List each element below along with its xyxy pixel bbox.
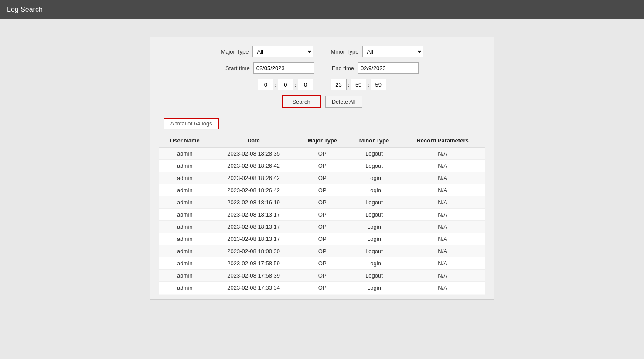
table-cell: 2023-02-08 18:26:42 xyxy=(211,184,296,196)
total-badge: A total of 64 logs xyxy=(164,118,219,129)
start-sep1: : xyxy=(275,81,276,88)
table-cell: OP xyxy=(296,209,348,221)
table-cell: N/A xyxy=(400,282,485,294)
start-time-group: Start time xyxy=(225,62,314,74)
table-cell: admin xyxy=(159,233,211,245)
table-cell: Logout xyxy=(348,160,400,172)
table-cell: 2023-02-08 17:58:59 xyxy=(211,257,296,270)
table-row: admin2023-02-08 18:16:19OPLogoutN/A xyxy=(159,196,485,209)
table-cell: admin xyxy=(159,148,211,160)
table-cell: N/A xyxy=(400,196,485,209)
table-cell: Logout xyxy=(348,270,400,282)
table-cell: N/A xyxy=(400,221,485,233)
search-panel: Major Type All System Operation Minor Ty… xyxy=(150,37,494,300)
start-hour-input[interactable] xyxy=(258,79,273,90)
table-cell: OP xyxy=(296,196,348,209)
start-time-input[interactable] xyxy=(253,62,314,74)
table-cell: 2023-02-08 18:13:17 xyxy=(211,233,296,245)
table-row: admin2023-02-08 17:58:59OPLoginN/A xyxy=(159,257,485,270)
end-min-input[interactable] xyxy=(351,79,366,90)
table-cell: Logout xyxy=(348,294,400,295)
table-cell: OP xyxy=(296,257,348,270)
page-title: Log Search xyxy=(7,6,43,14)
start-time-label: Start time xyxy=(225,65,250,71)
major-type-group: Major Type All System Operation xyxy=(221,46,313,57)
table-cell: OP xyxy=(296,294,348,295)
table-cell: OP xyxy=(296,184,348,196)
end-sep1: : xyxy=(348,81,350,88)
table-cell: 2023-02-08 17:58:39 xyxy=(211,270,296,282)
table-cell: N/A xyxy=(400,257,485,270)
table-cell: 2023-02-08 18:26:42 xyxy=(211,160,296,172)
table-cell: OP xyxy=(296,160,348,172)
table-cell: Login xyxy=(348,221,400,233)
table-row: admin2023-02-08 17:22:58OPLogoutN/A xyxy=(159,294,485,295)
table-row: admin2023-02-08 18:00:30OPLogoutN/A xyxy=(159,245,485,257)
table-cell: admin xyxy=(159,282,211,294)
total-badge-wrapper: A total of 64 logs xyxy=(159,118,485,134)
table-cell: admin xyxy=(159,221,211,233)
table-cell: admin xyxy=(159,209,211,221)
table-cell: 2023-02-08 18:28:35 xyxy=(211,148,296,160)
table-cell: Login xyxy=(348,172,400,184)
table-row: admin2023-02-08 17:58:39OPLogoutN/A xyxy=(159,270,485,282)
table-cell: OP xyxy=(296,282,348,294)
table-header-row: User Name Date Major Type Minor Type Rec… xyxy=(159,134,485,148)
table-cell: N/A xyxy=(400,233,485,245)
table-cell: admin xyxy=(159,294,211,295)
start-time-hms-group: : : xyxy=(258,79,313,90)
table-cell: Login xyxy=(348,233,400,245)
table-cell: Login xyxy=(348,257,400,270)
start-sec-input[interactable] xyxy=(298,79,313,90)
table-wrapper[interactable]: User Name Date Major Type Minor Type Rec… xyxy=(159,134,485,295)
table-cell: admin xyxy=(159,172,211,184)
table-row: admin2023-02-08 18:26:42OPLoginN/A xyxy=(159,184,485,196)
minor-type-select[interactable]: All Login Logout xyxy=(362,46,423,57)
table-cell: N/A xyxy=(400,270,485,282)
main-content: Major Type All System Operation Minor Ty… xyxy=(0,19,644,317)
delete-all-button[interactable]: Delete All xyxy=(325,96,362,108)
table-cell: Login xyxy=(348,184,400,196)
table-cell: 2023-02-08 18:13:17 xyxy=(211,221,296,233)
search-button[interactable]: Search xyxy=(282,95,320,108)
table-cell: 2023-02-08 18:13:17 xyxy=(211,209,296,221)
form-section: Major Type All System Operation Minor Ty… xyxy=(159,46,485,118)
table-cell: Logout xyxy=(348,148,400,160)
table-cell: 2023-02-08 17:33:34 xyxy=(211,282,296,294)
table-cell: OP xyxy=(296,245,348,257)
button-row: Search Delete All xyxy=(159,95,485,108)
col-minor-type: Minor Type xyxy=(348,134,400,148)
table-cell: 2023-02-08 17:22:58 xyxy=(211,294,296,295)
table-row: admin2023-02-08 18:26:42OPLoginN/A xyxy=(159,172,485,184)
end-time-input[interactable] xyxy=(358,62,419,74)
table-cell: 2023-02-08 18:16:19 xyxy=(211,196,296,209)
start-sep2: : xyxy=(295,81,296,88)
table-cell: admin xyxy=(159,257,211,270)
time-row: : : : : xyxy=(159,79,485,90)
table-cell: N/A xyxy=(400,172,485,184)
start-min-input[interactable] xyxy=(278,79,293,90)
table-row: admin2023-02-08 17:33:34OPLoginN/A xyxy=(159,282,485,294)
end-time-hms: : : xyxy=(331,79,386,90)
end-sec-input[interactable] xyxy=(371,79,386,90)
table-cell: admin xyxy=(159,160,211,172)
table-cell: admin xyxy=(159,270,211,282)
table-cell: OP xyxy=(296,270,348,282)
end-time-group: End time xyxy=(332,62,419,74)
major-type-select[interactable]: All System Operation xyxy=(252,46,313,57)
top-bar: Log Search xyxy=(0,0,644,19)
table-cell: Logout xyxy=(348,196,400,209)
table-cell: Logout xyxy=(348,209,400,221)
col-username: User Name xyxy=(159,134,211,148)
date-row: Start time End time xyxy=(159,62,485,74)
table-cell: N/A xyxy=(400,160,485,172)
table-cell: Login xyxy=(348,282,400,294)
log-table: User Name Date Major Type Minor Type Rec… xyxy=(159,134,485,295)
end-hour-input[interactable] xyxy=(331,79,347,90)
table-cell: N/A xyxy=(400,148,485,160)
minor-type-group: Minor Type All Login Logout xyxy=(331,46,423,57)
col-date: Date xyxy=(211,134,296,148)
minor-type-label: Minor Type xyxy=(331,48,359,55)
type-row: Major Type All System Operation Minor Ty… xyxy=(159,46,485,57)
end-time-label: End time xyxy=(332,65,354,71)
